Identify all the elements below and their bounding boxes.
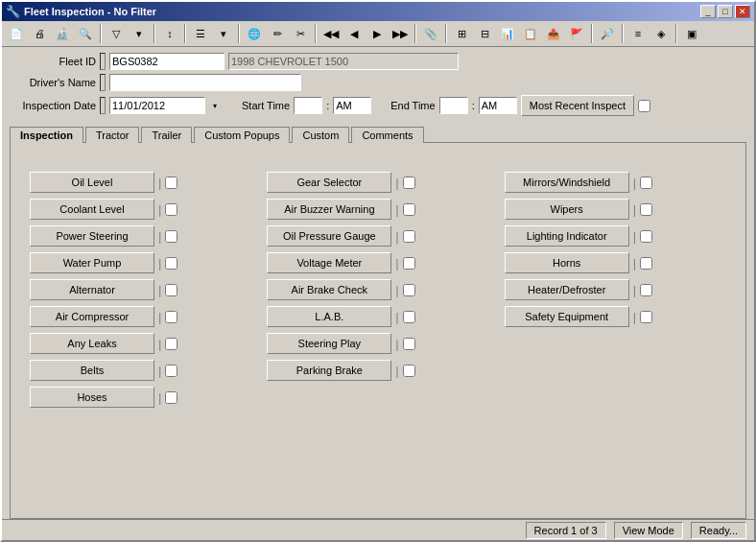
air-brake-button[interactable]: Air Brake Check <box>267 279 391 300</box>
item-air-buzzer: Air Buzzer Warning | <box>267 199 488 220</box>
list-button[interactable]: ☰ <box>190 23 211 44</box>
maximize-button[interactable]: □ <box>718 5 733 18</box>
minimize-button[interactable]: _ <box>700 5 716 18</box>
water-pump-check[interactable] <box>165 257 177 270</box>
heater-defroster-button[interactable]: Heater/Defroster <box>505 279 629 300</box>
heater-defroster-check[interactable] <box>640 284 652 296</box>
filter-dropdown[interactable]: ▾ <box>129 23 150 44</box>
fleet-id-row: Fleet ID <box>10 53 746 70</box>
attach-button[interactable]: 📎 <box>420 23 441 44</box>
gear-selector-button[interactable]: Gear Selector <box>267 172 391 193</box>
parking-brake-check[interactable] <box>403 365 415 377</box>
start-ampm-input[interactable] <box>333 97 371 114</box>
list-dropdown[interactable]: ▾ <box>213 23 234 44</box>
tab-inspection[interactable]: Inspection <box>10 127 83 143</box>
date-dropdown-button[interactable]: ▾ <box>207 97 223 114</box>
mirrors-windshield-button[interactable]: Mirrors/Windshield <box>505 172 629 193</box>
flag-button[interactable]: 🚩 <box>566 23 587 44</box>
tab-tractor[interactable]: Tractor <box>85 127 139 143</box>
alternator-check[interactable] <box>165 284 177 296</box>
coolant-level-check[interactable] <box>165 203 177 216</box>
oil-level-button[interactable]: Oil Level <box>30 172 154 193</box>
lighting-indicator-check[interactable] <box>640 230 652 243</box>
air-buzzer-check[interactable] <box>403 203 415 216</box>
export-button[interactable]: 📤 <box>543 23 564 44</box>
globe-button[interactable]: 🌐 <box>244 23 265 44</box>
horns-check[interactable] <box>640 257 652 270</box>
fleet-id-input[interactable] <box>109 53 224 70</box>
status-right: Record 1 of 3 View Mode Ready... <box>526 522 750 539</box>
item-heater-defroster: Heater/Defroster | <box>505 279 726 300</box>
any-leaks-button[interactable]: Any Leaks <box>30 333 154 354</box>
start-time-section: Start Time : <box>226 97 371 114</box>
tab-comments[interactable]: Comments <box>351 127 423 143</box>
chart-button[interactable]: 📊 <box>497 23 518 44</box>
hoses-button[interactable]: Hoses <box>30 387 154 408</box>
voltage-meter-check[interactable] <box>403 257 415 270</box>
table-button[interactable]: ⊞ <box>451 23 472 44</box>
inspection-date-input[interactable] <box>109 97 205 114</box>
magnify-button[interactable]: 🔎 <box>597 23 618 44</box>
end-ampm-input[interactable] <box>479 97 517 114</box>
nav-next-button[interactable]: ▶ <box>366 23 388 44</box>
print-button[interactable]: 🖨 <box>29 23 50 44</box>
start-time-input[interactable] <box>294 97 322 114</box>
most-recent-checkbox[interactable] <box>638 100 650 112</box>
driver-name-input[interactable] <box>109 74 301 91</box>
find-button[interactable]: 🔍 <box>75 23 96 44</box>
power-steering-check[interactable] <box>165 230 177 243</box>
air-compressor-check[interactable] <box>165 311 177 323</box>
extra2-button[interactable]: ◈ <box>650 23 672 44</box>
end-time-input[interactable] <box>439 97 468 114</box>
belts-button[interactable]: Belts <box>30 360 154 381</box>
oil-pressure-button[interactable]: Oil Pressure Gauge <box>267 225 391 247</box>
tab-custom[interactable]: Custom <box>292 127 349 143</box>
sort-button[interactable]: ↕ <box>159 23 180 44</box>
wipers-check[interactable] <box>640 203 652 216</box>
belts-check[interactable] <box>165 365 177 377</box>
tab-trailer[interactable]: Trailer <box>141 127 192 143</box>
steering-play-button[interactable]: Steering Play <box>267 333 391 354</box>
extra3-button[interactable]: ▣ <box>681 23 702 44</box>
air-buzzer-button[interactable]: Air Buzzer Warning <box>267 199 391 220</box>
steering-play-check[interactable] <box>403 338 415 350</box>
horns-button[interactable]: Horns <box>505 252 629 273</box>
close-button[interactable]: ✕ <box>735 5 750 18</box>
most-recent-button[interactable]: Most Recent Inspect <box>521 95 634 116</box>
parking-brake-button[interactable]: Parking Brake <box>267 360 391 381</box>
nav-first-button[interactable]: ◀◀ <box>320 23 342 44</box>
power-steering-button[interactable]: Power Steering <box>30 225 154 247</box>
tab-custom-popups[interactable]: Custom Popups <box>194 127 290 143</box>
water-pump-button[interactable]: Water Pump <box>30 252 154 273</box>
view-mode: View Mode <box>614 522 683 539</box>
preview-button[interactable]: 🔬 <box>52 23 73 44</box>
lighting-indicator-button[interactable]: Lighting Indicator <box>505 225 629 247</box>
safety-equipment-check[interactable] <box>640 311 652 323</box>
air-compressor-button[interactable]: Air Compressor <box>30 306 154 327</box>
item-lab: L.A.B. | <box>267 306 488 327</box>
any-leaks-check[interactable] <box>165 338 177 350</box>
gear-selector-check[interactable] <box>403 177 415 189</box>
oil-pressure-check[interactable] <box>403 230 415 243</box>
wipers-button[interactable]: Wipers <box>505 199 629 220</box>
scissors-button[interactable]: ✂ <box>290 23 311 44</box>
nav-prev-button[interactable]: ◀ <box>343 23 365 44</box>
filter-button[interactable]: ▽ <box>106 23 127 44</box>
oil-level-check[interactable] <box>165 177 177 189</box>
hoses-check[interactable] <box>165 391 177 404</box>
pencil-button[interactable]: ✏ <box>267 23 288 44</box>
lab-button[interactable]: L.A.B. <box>267 306 391 327</box>
nav-last-button[interactable]: ▶▶ <box>390 23 411 44</box>
grid-button[interactable]: ⊟ <box>474 23 495 44</box>
air-brake-check[interactable] <box>403 284 415 296</box>
extra1-button[interactable]: ≡ <box>627 23 649 44</box>
voltage-meter-button[interactable]: Voltage Meter <box>267 252 391 273</box>
new-record-button[interactable]: 📄 <box>6 23 27 44</box>
safety-equipment-button[interactable]: Safety Equipment <box>505 306 629 327</box>
item-air-compressor: Air Compressor | <box>30 306 251 327</box>
mirrors-windshield-check[interactable] <box>640 177 652 189</box>
report-button[interactable]: 📋 <box>520 23 541 44</box>
lab-check[interactable] <box>403 311 415 323</box>
alternator-button[interactable]: Alternator <box>30 279 154 300</box>
coolant-level-button[interactable]: Coolant Level <box>30 199 154 220</box>
